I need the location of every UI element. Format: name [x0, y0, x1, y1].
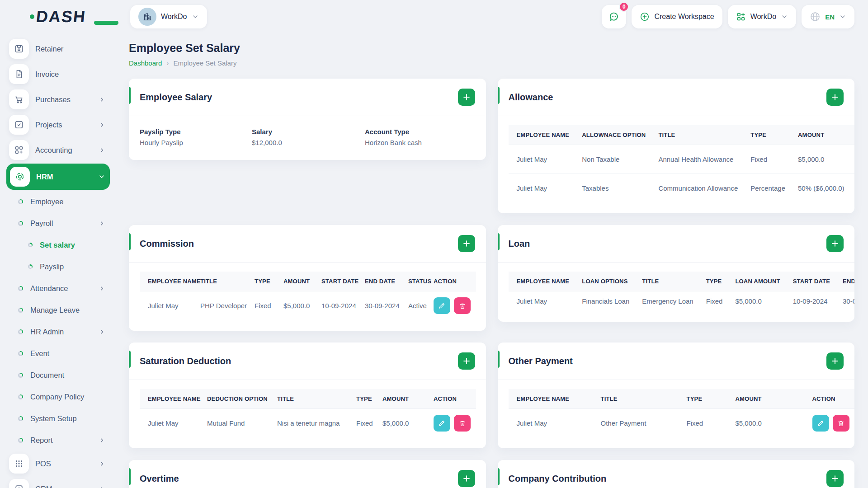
column-header: AMOUNT	[792, 125, 851, 145]
sidebar-item-system-setup[interactable]: System Setup	[6, 408, 110, 429]
grid-plus-icon	[736, 12, 746, 22]
sidebar-item-set-salary[interactable]: Set salary	[6, 234, 110, 256]
cell: Juliet May	[140, 291, 194, 320]
add-employee-salary-button[interactable]	[458, 89, 475, 106]
app-logo[interactable]: DASH	[30, 7, 116, 26]
card-accent	[498, 468, 500, 485]
column-header: LOAN OPTIONS	[576, 272, 636, 291]
commission-card: Commission EMPLOYEE NAME TITLE TYPE AMOU…	[129, 225, 486, 331]
messages-badge: 0	[619, 2, 629, 12]
language-selector[interactable]: EN	[802, 5, 854, 28]
cell: $5,000.0	[729, 409, 806, 438]
cell: PHP Developer	[194, 291, 248, 320]
cell: Taxables	[576, 174, 652, 203]
logo-bar-icon	[94, 21, 118, 25]
add-loan-button[interactable]	[826, 235, 844, 252]
plus-icon	[830, 93, 840, 102]
breadcrumb-separator: ›	[166, 59, 169, 67]
sidebar-item-crm[interactable]: CRM	[6, 476, 110, 488]
card-title: Allowance	[509, 92, 827, 103]
breadcrumb-dashboard-link[interactable]: Dashboard	[129, 59, 162, 67]
sidebar-item-purchases[interactable]: Purchases	[6, 87, 110, 112]
column-header: TITLE	[194, 272, 248, 291]
plus-icon	[462, 357, 471, 366]
sidebar-item-label: Report	[30, 436, 99, 445]
sidebar-item-hr-admin[interactable]: HR Admin	[6, 321, 110, 343]
saturation-deduction-card: Saturation Deduction EMPLOYEE NAME DEDUC…	[129, 343, 486, 448]
language-code: EN	[825, 13, 835, 21]
card-accent	[129, 468, 131, 485]
sidebar-item-payslip[interactable]: Payslip	[6, 256, 110, 277]
card-accent	[498, 87, 500, 104]
add-saturation-deduction-button[interactable]	[458, 352, 475, 370]
sidebar-item-event[interactable]: Event	[6, 343, 110, 364]
chevron-right-icon	[99, 122, 105, 128]
bullet-icon	[18, 351, 23, 356]
column-header: TYPE	[744, 125, 792, 145]
delete-button[interactable]	[833, 415, 849, 432]
bullet-icon	[18, 373, 23, 378]
globe-icon	[810, 11, 821, 22]
employee-salary-card: Employee Salary Payslip Type Hourly Pays…	[129, 79, 486, 160]
card-accent	[129, 351, 131, 368]
sidebar-item-document[interactable]: Document	[6, 364, 110, 386]
workspace-menu-label: WorkDo	[750, 13, 777, 21]
workspace-selector[interactable]: WorkDo	[130, 5, 207, 28]
delete-button[interactable]	[454, 415, 471, 432]
sidebar-item-report[interactable]: Report	[6, 429, 110, 451]
sidebar-item-label: HRM	[36, 173, 98, 181]
edit-button[interactable]	[434, 297, 450, 314]
sidebar-item-payroll[interactable]: Payroll	[6, 212, 110, 234]
card-title: Commission	[140, 239, 458, 249]
workspace-menu-button[interactable]: WorkDo	[728, 5, 797, 28]
column-header: ACTION	[851, 125, 854, 145]
pencil-icon	[817, 419, 825, 427]
field-value: Hourly Payslip	[140, 139, 252, 146]
plus-icon	[462, 474, 471, 483]
sidebar-item-attendance[interactable]: Attendance	[6, 277, 110, 299]
sidebar-item-hrm[interactable]: HRM	[6, 164, 110, 190]
column-header: TITLE	[271, 389, 350, 409]
sidebar-item-label: POS	[35, 460, 99, 468]
sidebar-item-retainer[interactable]: Retainer	[6, 36, 110, 61]
add-overtime-button[interactable]	[458, 470, 475, 487]
sidebar-item-invoice[interactable]: Invoice	[6, 61, 110, 87]
edit-button[interactable]	[812, 415, 829, 432]
sidebar-item-company-policy[interactable]: Company Policy	[6, 386, 110, 408]
add-company-contribution-button[interactable]	[826, 470, 844, 487]
sidebar-item-manage-leave[interactable]: Manage Leave	[6, 299, 110, 321]
add-allowance-button[interactable]	[826, 89, 844, 106]
create-workspace-button[interactable]: Create Workspace	[632, 5, 722, 28]
card-title: Other Payment	[509, 356, 827, 366]
cell: Fixed	[350, 409, 376, 438]
chevron-right-icon	[99, 96, 105, 103]
card-accent	[498, 233, 500, 250]
column-header: AMOUNT	[277, 272, 315, 291]
plus-icon	[830, 474, 840, 483]
column-header: EMPLOYEE NAME	[140, 272, 194, 291]
action-cell	[427, 409, 476, 438]
sidebar-item-label: Manage Leave	[30, 306, 110, 314]
invoice-file-icon	[9, 64, 29, 84]
sidebar-item-projects[interactable]: Projects	[6, 112, 110, 137]
cell: Juliet May	[140, 409, 201, 438]
add-other-payment-button[interactable]	[826, 352, 844, 370]
add-commission-button[interactable]	[458, 235, 475, 252]
topbar: DASH WorkDo 0 Create Workspace WorkDo	[0, 0, 868, 33]
messages-button[interactable]: 0	[602, 5, 626, 28]
sidebar-item-label: Attendance	[30, 284, 99, 293]
delete-button[interactable]	[454, 297, 471, 314]
sidebar-item-accounting[interactable]: Accounting	[6, 137, 110, 163]
card-title: Company Contribution	[509, 474, 827, 484]
plus-icon	[830, 239, 840, 248]
cell: Other Payment	[594, 409, 680, 438]
edit-button[interactable]	[434, 415, 450, 432]
cell: Active	[402, 291, 427, 320]
workspace-avatar	[138, 8, 156, 26]
other-payment-card: Other Payment EMPLOYEE NAME TITLE TYPE A…	[498, 343, 855, 448]
column-header: EMPLOYEE NAME	[509, 272, 576, 291]
plus-icon	[830, 357, 840, 366]
field-label: Salary	[252, 128, 365, 136]
sidebar-item-employee[interactable]: Employee	[6, 191, 110, 212]
sidebar-item-pos[interactable]: POS	[6, 451, 110, 476]
